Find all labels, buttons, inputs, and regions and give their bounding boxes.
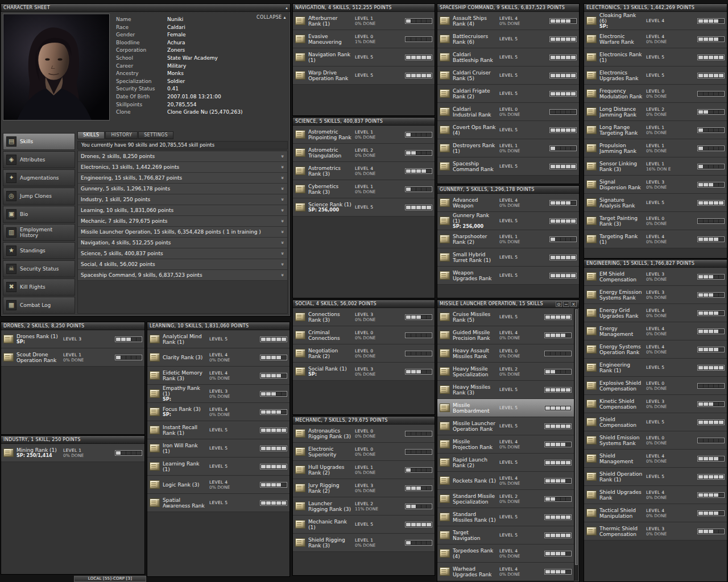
skill-group-row[interactable]: Navigation, 4 skills, 512,255 points» — [78, 238, 287, 248]
skill-row[interactable]: Targeting Rank (1)LEVEL 40% DONE — [584, 230, 727, 248]
skill-group-row[interactable]: Mechanic, 7 skills, 279,675 points» — [78, 216, 287, 227]
skill-row[interactable]: Navigation Rank (1)LEVEL 5 — [293, 48, 435, 66]
skill-row[interactable]: Astronautics Rigging Rank (3)LEVEL 00% D… — [293, 425, 435, 443]
skill-row[interactable]: Gunnery Rank (1)SP: 256,000LEVEL 5 — [437, 212, 579, 230]
skill-row[interactable]: Evasive Maneuvering Rank (2)LEVEL 01% DO… — [293, 30, 435, 48]
skill-row[interactable]: Heavy Missiles Rank (3)LEVEL 5 — [437, 381, 574, 399]
skill-row[interactable]: Criminal Connections RankLEVEL 00% DONE — [293, 326, 435, 344]
skill-row[interactable]: Astrometric Pinpointing RankLEVEL 10% DO… — [293, 126, 435, 144]
expand-chevron-icon[interactable]: » — [280, 209, 286, 212]
skill-row[interactable]: Standard Missile SpecializationLEVEL 20%… — [437, 490, 574, 508]
sidebar-item-standings[interactable]: ★Standings — [3, 242, 75, 259]
skill-row[interactable]: Cybernetics Rank (3)LEVEL 10% DONE — [293, 180, 435, 198]
skill-row[interactable]: Analytical Mind Rank (1)LEVEL 5 — [147, 330, 289, 348]
skill-row[interactable]: Learning Rank (1)LEVEL 5 — [147, 458, 289, 476]
window-titlebar[interactable]: ENGINEERING, 15 SKILLS, 1,766,827 POINTS — [584, 260, 727, 268]
skill-row[interactable]: Small Hybrid Turret Rank (1)LEVEL 5 — [437, 248, 579, 267]
skill-group-row[interactable]: Missile Launcher Operation, 15 skills, 6… — [78, 227, 287, 238]
window-titlebar[interactable]: DRONES, 2 SKILLS, 8,250 POINTS — [1, 322, 144, 330]
expand-chevron-icon[interactable]: » — [280, 219, 286, 223]
expand-chevron-icon[interactable]: » — [280, 155, 286, 158]
skill-group-row[interactable]: Spaceship Command, 9 skills, 6,837,523 p… — [78, 270, 287, 281]
skill-row[interactable]: Missile Bombardment Rank (2)LEVEL 5 — [437, 399, 574, 417]
skill-row[interactable]: Iron Will Rank (1)LEVEL 5 — [147, 439, 289, 458]
window-minimize-icon[interactable]: − — [563, 301, 569, 307]
skill-row[interactable]: Explosive Shield CompensationLEVEL 00% D… — [584, 377, 727, 395]
scrollbar-thumb[interactable] — [575, 309, 578, 565]
skill-row[interactable]: Heavy Assault Missiles RankLEVEL 00% DON… — [437, 344, 574, 363]
skill-group-row[interactable]: Engineering, 15 skills, 1,766,827 points… — [78, 173, 287, 184]
sidebar-item-bio[interactable]: ▣Bio — [3, 206, 75, 223]
skill-row[interactable]: Shield Operation Rank (1)LEVEL 5 — [584, 468, 727, 486]
skill-row[interactable]: Focus Rank (3)SP:LEVEL 40% DONE — [147, 403, 289, 421]
skill-row[interactable]: Caldari Battleship Rank (8)LEVEL 5 — [437, 48, 579, 66]
skill-row[interactable]: Electronic Superiority Rigging Rank (3)L… — [293, 443, 435, 461]
expand-chevron-icon[interactable]: » — [280, 273, 286, 277]
skill-row[interactable]: Caldari Industrial Rank (4)LEVEL 00% DON… — [437, 103, 579, 121]
skill-row[interactable]: Missile Projection Rank (2)LEVEL 40% DON… — [437, 435, 574, 454]
skill-row[interactable]: Spaceship Command Rank (1)LEVEL 5 — [437, 157, 579, 176]
skill-row[interactable]: Shield Management RankLEVEL 40% DONE — [584, 450, 727, 468]
sidebar-item-jump-clones[interactable]: ◎Jump Clones — [3, 188, 75, 205]
window-titlebar[interactable]: SOCIAL, 4 SKILLS, 56,002 POINTS — [293, 300, 435, 308]
window-collapse-icon[interactable]: ▴ — [286, 6, 288, 10]
skill-row[interactable]: Tactical Shield Manipulation RankLEVEL 4… — [584, 504, 727, 522]
skill-group-row[interactable]: Industry, 1 skill, 250 points» — [78, 194, 287, 205]
window-titlebar[interactable]: LEARNING, 10 SKILLS, 1,831,060 POINTS — [147, 322, 289, 330]
skill-row[interactable]: Long Range Targeting RankLEVEL 10% DONE — [584, 121, 727, 139]
skill-row[interactable]: Caldari Cruiser Rank (5)LEVEL 5 — [437, 66, 579, 85]
skill-row[interactable]: Mining Rank (1)SP: 250/1,414LEVEL 10% DO… — [1, 444, 144, 462]
skill-row[interactable]: Target Painting Rank (3)LEVEL 00% DONE — [584, 212, 727, 230]
skill-row[interactable]: Covert Ops Rank (4)LEVEL 5 — [437, 121, 579, 139]
skill-row[interactable]: Caldari Frigate Rank (2)LEVEL 5 — [437, 85, 579, 103]
skill-row[interactable]: Electronics Upgrades Rank (2)LEVEL 5 — [584, 66, 727, 85]
skill-row[interactable]: Shield Upgrades RankLEVEL 40% DONE — [584, 486, 727, 504]
skill-row[interactable]: Connections Rank (3)LEVEL 30% DONE — [293, 308, 435, 326]
skill-row[interactable]: Warp Drive Operation Rank (1)LEVEL 5 — [293, 66, 435, 85]
skill-row[interactable]: Frequency Modulation RankLEVEL 00% DONE — [584, 85, 727, 103]
skill-row[interactable]: Energy Emission Systems RankLEVEL 30% DO… — [584, 286, 727, 304]
skill-row[interactable]: Guided Missile Precision RankLEVEL 40% D… — [437, 326, 574, 344]
sidebar-item-skills[interactable]: ▤Skills — [3, 133, 75, 150]
skill-row[interactable]: Cruise Missiles Rank (5)LEVEL 5 — [437, 308, 574, 326]
skill-row[interactable]: Target Navigation Prediction RankLEVEL 5 — [437, 526, 574, 544]
window-titlebar[interactable]: SCIENCE, 5 SKILLS, 400,837 POINTS — [293, 118, 435, 126]
expand-chevron-icon[interactable]: » — [280, 263, 286, 266]
window-titlebar[interactable]: ELECTRONICS, 13 SKILLS, 1,442,269 POINTS — [584, 4, 727, 12]
skill-row[interactable]: Negotiation Rank (2)LEVEL 00% DONE — [293, 344, 435, 363]
skill-row[interactable]: Electronic Warfare Rank (2)LEVEL 40% DON… — [584, 30, 727, 48]
window-titlebar[interactable]: NAVIGATION, 4 SKILLS, 512,255 POINTS — [293, 4, 435, 12]
skill-row[interactable]: Electronics Rank (1)LEVEL 5 — [584, 48, 727, 66]
skill-row[interactable]: Energy Management RankLEVEL 40% DONE — [584, 322, 727, 340]
skill-row[interactable]: Weapon Upgrades Rank (2)LEVEL 5 — [437, 267, 579, 285]
skill-row[interactable]: Hull Upgrades Rank (2)LEVEL 10% DONE — [293, 461, 435, 479]
tab-history[interactable]: HISTORY — [105, 131, 138, 139]
sidebar-item-security-status[interactable]: ☠Security Status — [3, 260, 75, 277]
skill-row[interactable]: Cloaking Rank (6)SP:LEVEL 4 — [584, 12, 727, 30]
window-titlebar[interactable]: MISSILE LAUNCHER OPERATION, 15 SKILLS ⊙ … — [437, 300, 579, 308]
skill-row[interactable]: Drones Rank (1)SP:LEVEL 3 — [1, 330, 144, 348]
skill-row[interactable]: Shield Emission Systems RankLEVEL 00% DO… — [584, 431, 727, 450]
skill-row[interactable]: Instant Recall Rank (1)LEVEL 5 — [147, 421, 289, 439]
skill-row[interactable]: Launcher Rigging Rank (3)LEVEL 211% DONE — [293, 497, 435, 516]
character-portrait[interactable] — [3, 14, 110, 120]
character-sheet-titlebar[interactable]: CHARACTER SHEET ▴ — [1, 4, 290, 12]
sidebar-item-combat-log[interactable]: ▦Combat Log — [3, 297, 75, 314]
window-titlebar[interactable]: INDUSTRY, 1 SKILL, 250 POINTS — [1, 436, 144, 444]
skill-group-row[interactable]: Electronics, 13 skills, 1,442,269 points… — [78, 162, 287, 173]
skill-row[interactable]: Battlecruisers Rank (6)LEVEL 5 — [437, 30, 579, 48]
window-titlebar[interactable]: SPACESHIP COMMAND, 9 SKILLS, 6,837,523 P… — [437, 4, 579, 12]
skill-row[interactable]: Advanced Weapon Upgrades Rank (6)LEVEL 4… — [437, 194, 579, 212]
skill-row[interactable]: Energy Grid Upgrades RankLEVEL 40% DONE — [584, 304, 727, 322]
expand-chevron-icon[interactable]: » — [280, 165, 286, 169]
skill-row[interactable]: Astrometric Triangulation RankLEVEL 20% … — [293, 144, 435, 162]
skill-row[interactable]: Signal Dispersion Rank (3)LEVEL 30% DONE — [584, 176, 727, 194]
skill-row[interactable]: Empathy Rank (1)SP:LEVEL 30% DONE — [147, 385, 289, 403]
window-close-icon[interactable]: × — [570, 301, 577, 307]
skill-row[interactable]: Science Rank (1)SP: 256,000LEVEL 5 — [293, 198, 435, 217]
skill-row[interactable]: Long Distance Jamming RankLEVEL 20% DONE — [584, 103, 727, 121]
sidebar-item-augmentations[interactable]: ✦Augmentations — [3, 169, 75, 186]
skill-group-row[interactable]: Gunnery, 5 skills, 1,296,178 points» — [78, 184, 287, 194]
scrollbar[interactable] — [574, 309, 578, 581]
chat-tab-bar[interactable]: LOCAL [55]-CORP [3] — [74, 576, 146, 582]
